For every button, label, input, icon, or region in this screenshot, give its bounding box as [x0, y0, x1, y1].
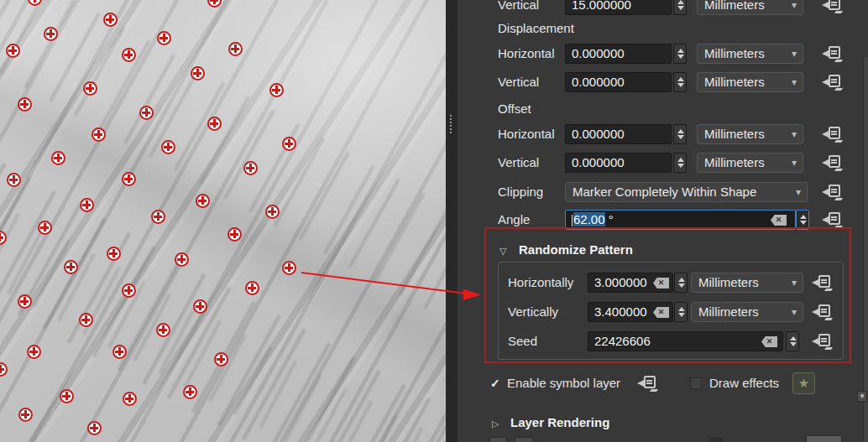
- map-marker: [0, 362, 8, 377]
- map-canvas[interactable]: [0, 0, 446, 442]
- data-defined-override-button[interactable]: [636, 375, 658, 392]
- map-marker: [245, 281, 259, 295]
- offset-vertical-input[interactable]: 0.000000: [565, 153, 672, 173]
- scrollbar-track[interactable]: [863, 57, 868, 442]
- randomize-pattern-title[interactable]: Randomize Pattern: [519, 241, 633, 259]
- clear-value-icon[interactable]: ✕: [761, 336, 777, 347]
- randomize-horizontally-unit-combo[interactable]: Millimeters ▾: [691, 273, 803, 293]
- chevron-down-icon: ▾: [792, 303, 797, 321]
- data-defined-override-button[interactable]: [821, 126, 843, 143]
- dock-splitter[interactable]: [446, 0, 458, 442]
- displacement-horizontal-spinner[interactable]: [673, 44, 687, 64]
- data-defined-override-button[interactable]: [821, 74, 843, 91]
- randomize-seed-spinner[interactable]: [786, 331, 799, 351]
- map-marker: [175, 252, 189, 267]
- map-marker: [27, 345, 41, 359]
- angle-input[interactable]: 62.00 ° ✕: [565, 210, 796, 230]
- splitter-handle-icon: [450, 115, 452, 134]
- map-marker: [79, 313, 93, 327]
- chevron-down-icon: ▾: [792, 273, 797, 292]
- map-marker: [207, 117, 222, 131]
- offset-vertical-unit-combo[interactable]: Millimeters ▾: [697, 153, 803, 173]
- size-vertical-input[interactable]: 15.000000: [565, 0, 672, 15]
- map-marker: [282, 261, 296, 275]
- displacement-vertical-unit-combo[interactable]: Millimeters ▾: [697, 72, 803, 92]
- angle-spinner[interactable]: [796, 210, 809, 230]
- displacement-vertical-input[interactable]: 0.000000: [565, 72, 672, 92]
- randomize-horizontally-input[interactable]: 3.000000 ✕: [588, 273, 673, 293]
- clear-value-icon[interactable]: ✕: [771, 215, 787, 226]
- map-marker: [269, 83, 284, 97]
- chevron-down-icon: ▾: [796, 183, 801, 201]
- enable-symbol-layer-checkbox[interactable]: ✓: [490, 374, 500, 393]
- map-marker: [18, 294, 32, 309]
- randomize-vertically-input[interactable]: 3.400000 ✕: [588, 302, 673, 322]
- partial-button[interactable]: [806, 435, 842, 442]
- map-marker: [156, 323, 170, 337]
- map-marker: [83, 81, 97, 96]
- offset-vertical-spinner[interactable]: [673, 153, 687, 173]
- offset-horizontal-spinner[interactable]: [673, 124, 687, 144]
- map-marker: [112, 345, 127, 359]
- randomize-vertically-spinner[interactable]: [674, 302, 688, 322]
- randomize-seed-input[interactable]: 22426606 ✕: [588, 331, 783, 351]
- map-marker: [122, 48, 136, 62]
- map-marker: [282, 137, 296, 151]
- map-marker: [7, 173, 21, 187]
- data-defined-override-button[interactable]: [821, 45, 843, 62]
- selected-text: 62.00: [573, 212, 605, 226]
- data-defined-override-button[interactable]: [811, 274, 833, 291]
- offset-horizontal-input[interactable]: 0.000000: [565, 124, 672, 144]
- map-marker: [243, 161, 258, 175]
- displacement-horizontal-unit-combo[interactable]: Millimeters ▾: [697, 44, 803, 64]
- randomize-horizontally-spinner[interactable]: [674, 273, 688, 293]
- map-marker: [122, 172, 136, 186]
- draw-effects-label: Draw effects: [709, 373, 779, 393]
- partial-button[interactable]: [515, 437, 533, 442]
- displacement-vertical-label: Vertical: [498, 72, 539, 92]
- terrain-ridge: [0, 207, 446, 442]
- map-marker: [207, 0, 222, 8]
- map-marker: [92, 127, 106, 142]
- data-defined-override-button[interactable]: [821, 0, 843, 13]
- collapse-triangle-icon[interactable]: ▽: [499, 242, 506, 260]
- map-marker: [151, 210, 165, 224]
- map-marker: [38, 221, 52, 235]
- star-icon: ★: [798, 376, 809, 390]
- offset-vertical-label: Vertical: [498, 153, 539, 173]
- chevron-down-icon: ▾: [792, 44, 797, 63]
- clipping-combo[interactable]: Marker Completely Within Shape ▾: [565, 182, 808, 202]
- map-marker: [18, 97, 32, 112]
- map-marker: [87, 421, 102, 435]
- chevron-down-icon: ▾: [792, 153, 797, 172]
- data-defined-override-button[interactable]: [821, 184, 843, 200]
- clear-value-icon[interactable]: ✕: [653, 278, 669, 289]
- data-defined-override-button[interactable]: [821, 211, 843, 228]
- data-defined-override-button[interactable]: [811, 333, 833, 350]
- size-vertical-spinner[interactable]: [673, 0, 687, 15]
- scroll-down-arrow-icon[interactable]: ▾: [857, 391, 867, 402]
- randomize-vertically-unit-combo[interactable]: Millimeters ▾: [691, 302, 803, 322]
- data-defined-override-button[interactable]: [811, 304, 833, 320]
- text-cursor: [572, 215, 573, 226]
- layer-rendering-title[interactable]: Layer Rendering: [510, 413, 609, 432]
- displacement-vertical-spinner[interactable]: [673, 72, 687, 92]
- displacement-horizontal-input[interactable]: 0.000000: [565, 44, 672, 64]
- map-marker: [183, 385, 197, 399]
- offset-horizontal-unit-combo[interactable]: Millimeters ▾: [697, 124, 803, 144]
- map-marker: [265, 205, 280, 219]
- offset-horizontal-label: Horizontal: [498, 124, 555, 144]
- map-marker: [0, 231, 7, 245]
- enable-symbol-layer-label: Enable symbol layer: [507, 373, 620, 393]
- data-defined-override-button[interactable]: [821, 154, 843, 171]
- clear-value-icon[interactable]: ✕: [653, 307, 669, 318]
- draw-effects-checkbox[interactable]: [690, 377, 702, 389]
- partial-button[interactable]: [489, 437, 507, 442]
- symbol-layer-settings-panel: Vertical 15.000000 Millimeters ▾ Displac…: [458, 0, 868, 442]
- size-vertical-unit-combo[interactable]: Millimeters ▾: [697, 0, 803, 15]
- collapse-triangle-icon[interactable]: ▷: [492, 414, 499, 433]
- customize-effects-button[interactable]: ★: [792, 372, 815, 394]
- map-marker: [123, 392, 137, 406]
- randomize-horizontally-label: Horizontally: [508, 273, 573, 293]
- clipping-label: Clipping: [498, 182, 543, 202]
